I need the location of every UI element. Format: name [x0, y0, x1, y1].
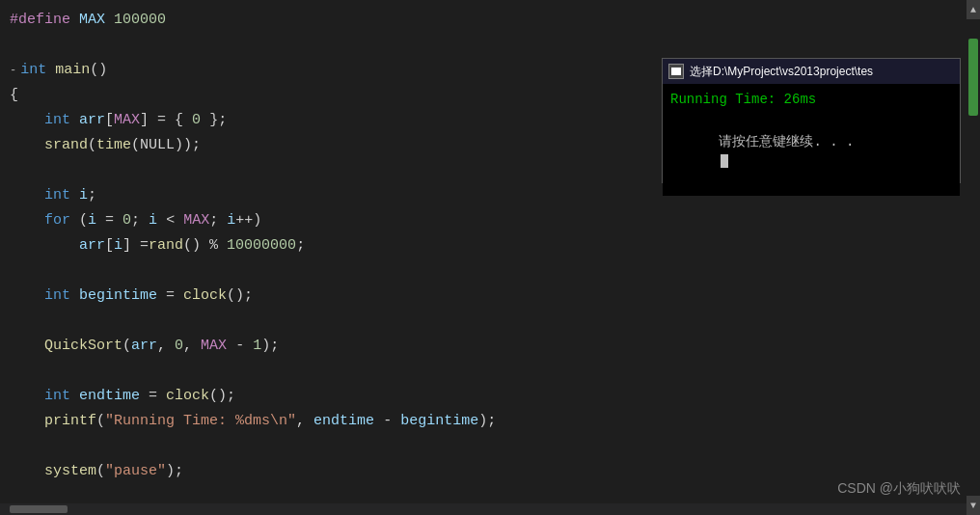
- token-plain: ();: [227, 284, 253, 309]
- token-plain: ] = {: [140, 108, 192, 133]
- hscrollbar-thumb[interactable]: [10, 505, 68, 513]
- code-line: printf("Running Time: %dms\n", endtime -…: [0, 409, 980, 434]
- token-kw-define: #define: [10, 8, 70, 33]
- terminal-cursor: [721, 154, 728, 168]
- terminal-titlebar: 选择D:\MyProject\vs2013project\tes: [663, 59, 960, 84]
- scrollbar-down[interactable]: ▼: [966, 496, 980, 515]
- token-param: endtime: [313, 409, 374, 434]
- token-param: i: [227, 208, 235, 233]
- token-macro: MAX: [114, 108, 140, 133]
- token-plain: (: [88, 133, 96, 158]
- scrollbar-thumb[interactable]: [968, 39, 978, 116]
- token-kw-blue: int: [20, 58, 46, 83]
- token-plain: =: [140, 384, 166, 409]
- token-plain: {: [10, 83, 18, 108]
- terminal-body: Running Time: 26ms 请按任意键继续. . .: [663, 84, 960, 196]
- token-plain: (: [96, 409, 105, 434]
- token-plain: [10, 208, 44, 233]
- scrollbar-track: ▲ ▼: [966, 0, 980, 515]
- token-plain: ;: [131, 208, 149, 233]
- token-plain: =: [96, 208, 122, 233]
- token-fn-name: printf: [44, 409, 96, 434]
- token-macro: MAX: [201, 334, 227, 359]
- token-param: i: [79, 183, 88, 208]
- terminal-icon: [668, 64, 684, 79]
- terminal-window: 选择D:\MyProject\vs2013project\tes Running…: [662, 58, 961, 183]
- token-plain: [70, 384, 79, 409]
- token-fn-name: srand: [44, 133, 88, 158]
- token-plain: };: [201, 108, 227, 133]
- token-number: 0: [175, 334, 183, 359]
- code-line: [0, 359, 980, 384]
- token-plain: ;: [88, 183, 96, 208]
- token-plain: [46, 58, 55, 83]
- token-plain: (NULL));: [131, 133, 201, 158]
- token-plain: ();: [209, 384, 235, 409]
- code-line: for (i = 0; i < MAX; i++): [0, 208, 980, 233]
- token-plain: ;: [209, 208, 227, 233]
- code-line: [0, 258, 980, 284]
- token-plain: ,: [183, 334, 201, 359]
- terminal-title: 选择D:\MyProject\vs2013project\tes: [690, 64, 873, 80]
- code-line: QuickSort(arr, 0, MAX - 1);: [0, 334, 980, 359]
- token-plain: [10, 233, 79, 258]
- token-plain: ] =: [122, 233, 149, 258]
- token-plain: ,: [157, 334, 175, 359]
- code-line: int endtime = clock();: [0, 384, 980, 409]
- token-plain: [10, 108, 44, 133]
- code-line: arr[i] =rand() % 10000000;: [0, 233, 980, 258]
- code-line: system("pause");: [0, 459, 980, 484]
- token-plain: );: [166, 459, 183, 484]
- token-param: endtime: [79, 384, 140, 409]
- hscrollbar[interactable]: [0, 503, 966, 515]
- terminal-icon-inner: [671, 68, 681, 75]
- terminal-line-2-text: 请按任意键继续. . .: [719, 134, 854, 149]
- token-plain: [10, 334, 44, 359]
- code-line: int begintime = clock();: [0, 284, 980, 309]
- token-param: begintime: [79, 284, 157, 309]
- token-plain: -: [227, 334, 253, 359]
- collapse-marker[interactable]: -: [10, 58, 16, 83]
- token-plain: (: [122, 334, 131, 359]
- token-string: "Running Time: %dms\n": [105, 409, 296, 434]
- token-kw-blue: int: [44, 183, 70, 208]
- token-plain: ++): [235, 208, 261, 233]
- token-plain: (): [90, 58, 107, 83]
- token-plain: ;: [296, 233, 305, 258]
- token-plain: [10, 284, 44, 309]
- token-plain: [70, 108, 79, 133]
- watermark: CSDN @小狗吠吠吠: [837, 480, 961, 498]
- token-fn-name: rand: [149, 233, 183, 258]
- token-plain: [: [105, 233, 114, 258]
- token-kw-blue: int: [44, 284, 70, 309]
- token-kw-blue: int: [44, 108, 70, 133]
- token-plain: [105, 8, 114, 33]
- scrollbar-up[interactable]: ▲: [966, 0, 980, 19]
- scroll-up-arrow: ▲: [970, 5, 976, 15]
- code-line: [0, 434, 980, 459]
- code-line: [0, 33, 980, 58]
- token-param: i: [149, 208, 157, 233]
- code-line: #define MAX 100000: [0, 8, 980, 33]
- token-plain: ,: [296, 409, 313, 434]
- token-plain: [10, 459, 44, 484]
- token-plain: (: [96, 459, 105, 484]
- terminal-line-1: Running Time: 26ms: [670, 90, 952, 109]
- token-plain: -: [374, 409, 400, 434]
- token-plain: );: [478, 409, 496, 434]
- scroll-down-arrow: ▼: [970, 501, 976, 511]
- token-plain: <: [157, 208, 183, 233]
- token-param: arr: [131, 334, 157, 359]
- token-plain: [: [105, 108, 114, 133]
- code-line: [0, 309, 980, 334]
- token-define-name: MAX: [79, 8, 105, 33]
- token-plain: [10, 133, 44, 158]
- token-fn-name: clock: [183, 284, 227, 309]
- token-fn-name: QuickSort: [44, 334, 122, 359]
- token-number: 1: [253, 334, 261, 359]
- token-plain: (: [70, 208, 88, 233]
- token-number: 0: [122, 208, 131, 233]
- token-fn-name: system: [44, 459, 96, 484]
- token-param: i: [88, 208, 96, 233]
- token-number: 10000000: [227, 233, 296, 258]
